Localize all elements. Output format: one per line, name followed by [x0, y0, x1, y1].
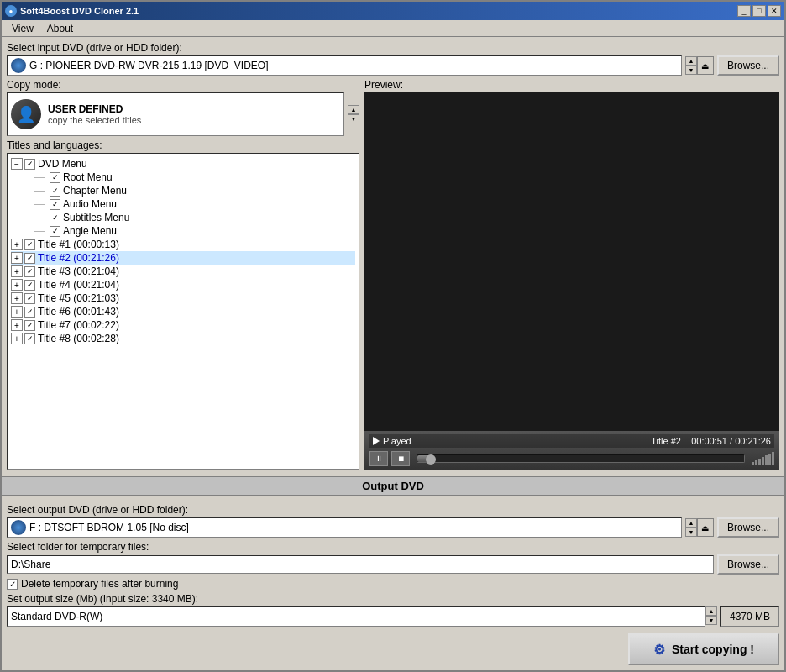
output-dvd-field[interactable]: F : DTSOFT BDROM 1.05 [No disc]	[7, 517, 682, 538]
check-title7[interactable]: ✓	[24, 320, 35, 331]
delete-temp-label: Delete temporary files after burning	[21, 578, 178, 590]
input-dvd-field[interactable]: G : PIONEER DVD-RW DVR-215 1.19 [DVD_VID…	[7, 55, 682, 76]
check-dvd-menu[interactable]: ✓	[24, 159, 35, 170]
copy-mode-box[interactable]: 👤 USER DEFINED copy the selected titles	[7, 92, 344, 136]
temp-browse-button[interactable]: Browse...	[717, 554, 779, 575]
expand-title5[interactable]: +	[11, 292, 23, 304]
tree-label: Title #3 (00:21:04)	[38, 265, 119, 277]
list-item[interactable]: + ✓ Title #6 (00:01:43)	[11, 305, 355, 318]
size-select-box[interactable]: Standard DVD-R(W)	[7, 606, 705, 627]
expand-dvd-menu[interactable]: −	[11, 158, 23, 170]
output-dvd-row: F : DTSOFT BDROM 1.05 [No disc] ▲ ▼ ⏏ Br…	[7, 517, 779, 538]
list-item[interactable]: — ✓ Audio Menu	[11, 197, 355, 211]
expand-title2[interactable]: +	[11, 252, 23, 264]
tree-label: Title #6 (00:01:43)	[38, 306, 119, 318]
check-audio-menu[interactable]: ✓	[50, 199, 60, 210]
tree-label: Title #7 (00:02:22)	[38, 319, 119, 331]
list-item[interactable]: + ✓ Title #1 (00:00:13)	[11, 238, 355, 251]
check-chapter-menu[interactable]: ✓	[50, 186, 60, 197]
check-title4[interactable]: ✓	[24, 280, 35, 291]
list-item[interactable]: + ✓ Title #7 (00:02:22)	[11, 318, 355, 332]
output-size-section: Set output size (Mb) (Input size: 3340 M…	[7, 593, 779, 627]
menu-about[interactable]: About	[40, 21, 80, 36]
size-spin-down[interactable]: ▼	[705, 616, 717, 625]
vol-bar-1	[752, 462, 754, 465]
start-btn-label: Start copying !	[672, 643, 754, 656]
progress-thumb[interactable]	[426, 454, 436, 465]
pause-button[interactable]: ⏸	[369, 451, 388, 466]
output-eject-button[interactable]: ⏏	[697, 518, 714, 537]
input-dvd-label: Select input DVD (drive or HDD folder):	[7, 42, 779, 54]
check-title3[interactable]: ✓	[24, 266, 35, 277]
input-dvd-section: Select input DVD (drive or HDD folder): …	[7, 42, 779, 76]
expand-title4[interactable]: +	[11, 279, 23, 291]
tree-dash: —	[34, 185, 45, 197]
expand-title3[interactable]: +	[11, 265, 23, 277]
close-button[interactable]: ✕	[768, 5, 781, 17]
player-status-bar: Played Title #2 00:00:51 / 00:21:26	[369, 434, 774, 448]
check-subtitles-menu[interactable]: ✓	[50, 213, 60, 223]
menu-view[interactable]: View	[5, 21, 40, 36]
list-item[interactable]: + ✓ Title #4 (00:21:04)	[11, 278, 355, 291]
stop-button[interactable]: ⏹	[391, 451, 410, 466]
list-item[interactable]: — ✓ Chapter Menu	[11, 184, 355, 197]
size-spin-up[interactable]: ▲	[705, 606, 717, 616]
volume-bars[interactable]	[752, 452, 774, 465]
input-browse-button[interactable]: Browse...	[717, 55, 779, 76]
list-item[interactable]: + ✓ Title #8 (00:02:28)	[11, 332, 355, 345]
player-btn-row: ⏸ ⏹	[369, 451, 774, 466]
check-angle-menu[interactable]: ✓	[50, 226, 60, 237]
size-display: 4370 MB	[720, 606, 779, 627]
input-eject-button[interactable]: ⏏	[697, 56, 714, 75]
check-root-menu[interactable]: ✓	[50, 172, 60, 183]
check-title1[interactable]: ✓	[24, 239, 35, 250]
check-title2[interactable]: ✓	[24, 253, 35, 264]
progress-bar[interactable]	[417, 454, 745, 463]
list-item[interactable]: − ✓ DVD Menu	[11, 157, 355, 171]
output-spin-up[interactable]: ▲	[685, 518, 697, 528]
delete-temp-row[interactable]: ✓ Delete temporary files after burning	[7, 578, 779, 590]
list-item[interactable]: — ✓ Root Menu	[11, 171, 355, 184]
tree-label: Title #5 (00:21:03)	[38, 292, 119, 304]
output-size-label: Set output size (Mb) (Input size: 3340 M…	[7, 593, 779, 605]
check-title8[interactable]: ✓	[24, 333, 35, 344]
expand-title6[interactable]: +	[11, 306, 23, 318]
input-dvd-row: G : PIONEER DVD-RW DVR-215 1.19 [DVD_VID…	[7, 55, 779, 76]
two-panel: Copy mode: 👤 USER DEFINED copy the selec…	[7, 79, 779, 470]
list-item[interactable]: + ✓ Title #5 (00:21:03)	[11, 291, 355, 305]
input-spin-down[interactable]: ▼	[685, 66, 697, 75]
list-item[interactable]: + ✓ Title #2 (00:21:26)	[11, 251, 355, 265]
size-input-wrapper: Standard DVD-R(W) ▲ ▼	[7, 606, 717, 627]
titles-section: Titles and languages: − ✓ DVD Menu — ✓ R	[7, 139, 359, 470]
list-item[interactable]: — ✓ Subtitles Menu	[11, 211, 355, 224]
delete-temp-checkbox[interactable]: ✓	[7, 579, 18, 590]
list-item[interactable]: — ✓ Angle Menu	[11, 224, 355, 238]
title-bar: ● Soft4Boost DVD Cloner 2.1 _ □ ✕	[2, 2, 784, 20]
output-dvd-divider: Output DVD	[2, 476, 784, 496]
expand-title7[interactable]: +	[11, 319, 23, 331]
player-title-info: Title #2 00:00:51 / 00:21:26	[651, 436, 771, 446]
titles-box[interactable]: − ✓ DVD Menu — ✓ Root Menu — ✓	[7, 153, 359, 470]
copy-mode-spin-down[interactable]: ▼	[348, 114, 359, 123]
player-time-total: 00:21:26	[735, 436, 771, 446]
output-browse-button[interactable]: Browse...	[717, 517, 779, 538]
copy-mode-spin-up[interactable]: ▲	[348, 105, 359, 114]
input-spin-col: ▲ ▼	[685, 56, 697, 75]
check-title5[interactable]: ✓	[24, 293, 35, 304]
input-spin-up[interactable]: ▲	[685, 56, 697, 66]
output-spin-col: ▲ ▼	[685, 518, 697, 537]
minimize-button[interactable]: _	[737, 5, 751, 17]
list-item[interactable]: + ✓ Title #3 (00:21:04)	[11, 265, 355, 278]
dvd-icon	[11, 58, 26, 73]
maximize-button[interactable]: □	[752, 5, 766, 17]
expand-title1[interactable]: +	[11, 239, 23, 250]
player-status-text: Played	[383, 436, 411, 446]
output-spin-down[interactable]: ▼	[685, 528, 697, 537]
copy-mode-row: 👤 USER DEFINED copy the selected titles …	[7, 92, 359, 136]
copy-mode-text: USER DEFINED copy the selected titles	[48, 103, 340, 125]
start-copying-button[interactable]: ⚙ Start copying !	[628, 633, 779, 665]
check-title6[interactable]: ✓	[24, 307, 35, 318]
expand-title8[interactable]: +	[11, 333, 23, 344]
left-panel: Copy mode: 👤 USER DEFINED copy the selec…	[7, 79, 359, 470]
temp-folder-input[interactable]	[7, 555, 714, 574]
